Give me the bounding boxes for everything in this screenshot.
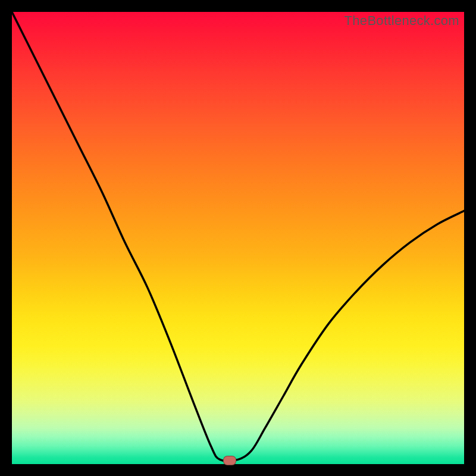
plot-area: TheBottleneck.com [12,12,464,464]
chart-frame: TheBottleneck.com [0,0,476,476]
optimal-point-marker [223,456,236,465]
bottleneck-curve [12,12,464,464]
